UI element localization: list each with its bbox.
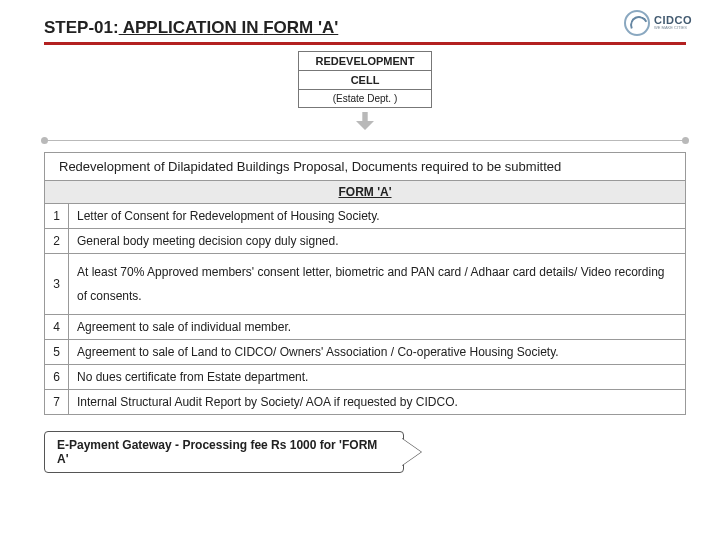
dot-right-icon <box>682 137 689 144</box>
proposal-header: Redevelopment of Dilapidated Buildings P… <box>45 153 686 181</box>
row-number: 1 <box>45 204 69 229</box>
cell-line-3: (Estate Dept. ) <box>299 90 430 107</box>
title-step: STEP-01: <box>44 18 119 37</box>
row-number: 4 <box>45 315 69 340</box>
table-row: 2General body meeting decision copy duly… <box>45 229 686 254</box>
title-rest: APPLICATION IN <box>119 18 264 37</box>
row-text: No dues certificate from Estate departme… <box>69 365 686 390</box>
row-text: Agreement to sale of individual member. <box>69 315 686 340</box>
row-text: Agreement to sale of Land to CIDCO/ Owne… <box>69 340 686 365</box>
row-number: 5 <box>45 340 69 365</box>
table-row: 5Agreement to sale of Land to CIDCO/ Own… <box>45 340 686 365</box>
brand-logo: CIDCO WE MAKE CITIES <box>624 10 692 36</box>
row-text: General body meeting decision copy duly … <box>69 229 686 254</box>
row-number: 6 <box>45 365 69 390</box>
header: STEP-01: APPLICATION IN FORM 'A' CIDCO W… <box>44 18 686 45</box>
logo-tagline: WE MAKE CITIES <box>654 26 692 30</box>
page-title: STEP-01: APPLICATION IN FORM 'A' <box>44 18 686 38</box>
table-row: 4Agreement to sale of individual member. <box>45 315 686 340</box>
cell-line-2: CELL <box>299 71 430 90</box>
table-row: 7Internal Structural Audit Report by Soc… <box>45 390 686 415</box>
divider-line <box>44 138 686 144</box>
cell-box: REDEVELOPMENT CELL (Estate Dept. ) <box>298 51 431 108</box>
row-text: Internal Structural Audit Report by Soci… <box>69 390 686 415</box>
table-row: 1Letter of Consent for Redevelopment of … <box>45 204 686 229</box>
arrow-down-icon <box>356 112 374 130</box>
row-number: 3 <box>45 254 69 315</box>
cell-line-1: REDEVELOPMENT <box>299 52 430 71</box>
row-number: 7 <box>45 390 69 415</box>
logo-icon <box>624 10 650 36</box>
horizontal-line <box>44 140 686 141</box>
title-form: FORM 'A' <box>263 18 338 37</box>
row-text: Letter of Consent for Redevelopment of H… <box>69 204 686 229</box>
title-divider <box>44 42 686 45</box>
payment-callout: E-Payment Gateway - Processing fee Rs 10… <box>44 431 404 473</box>
row-number: 2 <box>45 229 69 254</box>
form-header: FORM 'A' <box>45 181 686 204</box>
documents-table: Redevelopment of Dilapidated Buildings P… <box>44 152 686 415</box>
row-text: At least 70% Approved members' consent l… <box>69 254 686 315</box>
table-row: 6No dues certificate from Estate departm… <box>45 365 686 390</box>
table-row: 3At least 70% Approved members' consent … <box>45 254 686 315</box>
cell-group: REDEVELOPMENT CELL (Estate Dept. ) <box>44 51 686 130</box>
